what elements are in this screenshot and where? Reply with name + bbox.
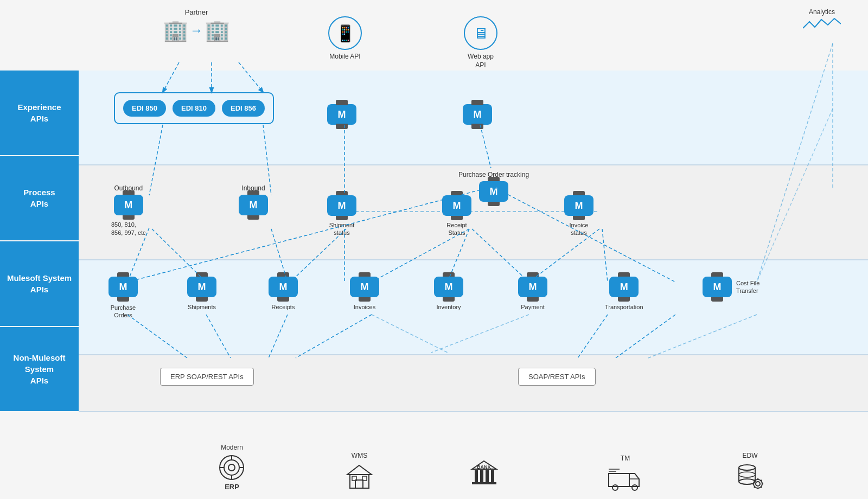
invoice-status-area: M Invoicestatus — [564, 195, 593, 237]
svg-point-60 — [739, 465, 755, 470]
m-icon-receipts: M — [269, 277, 298, 297]
cost-file-label: Cost FileTransfer — [736, 279, 760, 295]
edw-system: EDW — [735, 452, 765, 491]
webapp-api-area: 🖥 Web appAPI — [464, 16, 497, 69]
m-icon-payment: M — [518, 277, 547, 297]
svg-rect-42 — [355, 480, 363, 488]
svg-marker-41 — [347, 465, 372, 475]
svg-rect-47 — [475, 470, 478, 482]
building2-icon: 🏢 — [205, 18, 230, 42]
transportation-api: M Transportation — [605, 277, 643, 310]
edi-856: EDI 856 — [222, 100, 265, 117]
svg-rect-49 — [486, 470, 489, 482]
m-icon-po-tracking: M — [479, 181, 508, 202]
svg-line-71 — [754, 480, 755, 481]
m-icon-outbound: M — [114, 195, 143, 215]
webapp-api-connector: M — [463, 104, 492, 125]
svg-rect-51 — [472, 482, 496, 484]
webapp-circle-icon: 🖥 — [464, 16, 497, 50]
svg-rect-50 — [491, 470, 494, 482]
sidebar-experience: ExperienceAPIs — [0, 71, 79, 156]
analytics-label: Analytics — [809, 8, 835, 16]
m-icon-purchase-orders: M — [108, 277, 138, 297]
svg-point-55 — [612, 485, 618, 490]
shipment-status-label: Shipmentstatus — [329, 221, 354, 237]
modern-label: Modern — [221, 444, 243, 451]
building1-icon: 🏢 — [163, 18, 188, 42]
edi-810: EDI 810 — [173, 100, 215, 117]
invoices-api: M Invoices — [350, 277, 379, 310]
analytics-area: Analytics — [803, 8, 841, 36]
edi-numbers-label: 850, 810,856, 997, etc — [111, 221, 146, 238]
mobile-api-label: Mobile API — [329, 53, 360, 61]
inventory-api: M Inventory — [434, 277, 463, 310]
m-icon-cost-file: M — [703, 277, 732, 297]
wms-label: WMS — [352, 452, 367, 459]
main-container: ExperienceAPIs ProcessAPIs Mulesoft Syst… — [0, 0, 868, 499]
bank-system: BANK — [469, 458, 499, 491]
content-area: Partner 🏢 → 🏢 📱 Mobile API 🖥 Web appAPI … — [79, 0, 868, 499]
m-icon-invoice-status: M — [564, 195, 593, 216]
invoice-status-label: Invoicestatus — [570, 221, 589, 237]
m-icon-transportation: M — [609, 277, 639, 297]
inbound-area: Inbound M — [239, 184, 268, 215]
tm-label: TM — [621, 455, 630, 462]
mobile-api-connector: M — [327, 104, 356, 125]
sidebar-top-space — [0, 0, 79, 71]
sidebar-nonmulesoft: Non-MulesoftSystemAPIs — [0, 327, 79, 413]
soap-rest-label: SOAP/REST APIs — [528, 373, 585, 381]
m-icon-receipt-status: M — [442, 195, 471, 216]
sidebar-mulesoft: Mulesoft SystemAPIs — [0, 241, 79, 327]
m-icon-invoices: M — [350, 277, 379, 297]
svg-point-56 — [632, 485, 637, 490]
sidebar-bottom-space — [0, 412, 79, 499]
soap-rest-box: SOAP/REST APIs — [518, 368, 596, 386]
payment-label: Payment — [521, 304, 544, 310]
bank-icon: BANK — [469, 458, 499, 491]
edi-850: EDI 850 — [123, 100, 166, 117]
erp-label: ERP — [225, 483, 239, 491]
partner-area: Partner 🏢 → 🏢 — [163, 8, 230, 42]
inventory-label: Inventory — [436, 304, 461, 310]
mobile-circle-icon: 📱 — [328, 16, 362, 50]
svg-line-74 — [761, 480, 762, 481]
svg-rect-48 — [480, 470, 483, 482]
edi-container: EDI 850 EDI 810 EDI 856 — [114, 92, 274, 124]
invoices-label: Invoices — [354, 304, 375, 310]
svg-point-35 — [228, 464, 235, 471]
shipments-label: Shipments — [188, 304, 216, 310]
cost-file-transfer-api: M Cost FileTransfer — [703, 277, 760, 297]
erp-soap-label: ERP SOAP/REST APIs — [170, 373, 244, 381]
mobile-api-area: 📱 Mobile API — [328, 16, 362, 61]
m-icon-shipment-status: M — [327, 195, 356, 216]
analytics-icon — [803, 17, 841, 36]
svg-rect-53 — [609, 474, 629, 487]
svg-line-73 — [754, 487, 755, 488]
edw-label: EDW — [743, 452, 758, 459]
shipment-status-area: M Shipmentstatus — [327, 195, 356, 237]
tm-icon — [608, 464, 643, 491]
m-icon-mobile: M — [327, 104, 356, 125]
wms-icon — [344, 461, 374, 491]
arrow-right-icon: → — [190, 23, 203, 38]
m-icon-inbound: M — [239, 195, 268, 215]
receipt-status-area: M ReceiptStatus — [442, 195, 471, 237]
svg-point-34 — [224, 460, 239, 475]
edw-icon — [735, 461, 765, 491]
receipt-status-label: ReceiptStatus — [446, 221, 467, 237]
receipts-label: Receipts — [272, 304, 295, 310]
m-icon-shipments: M — [187, 277, 216, 297]
purchase-orders-api: M PurchaseOrders — [108, 277, 138, 319]
erp-icon — [217, 453, 247, 483]
receipts-api: M Receipts — [269, 277, 298, 310]
svg-text:BANK: BANK — [477, 464, 491, 470]
shipments-api: M Shipments — [187, 277, 216, 310]
webapp-api-label: Web appAPI — [468, 53, 494, 69]
wms-system: WMS — [344, 452, 374, 491]
svg-point-64 — [739, 472, 755, 477]
svg-point-66 — [756, 482, 760, 486]
partner-icons: 🏢 → 🏢 — [163, 18, 230, 42]
svg-line-72 — [761, 487, 762, 488]
m-icon-inventory: M — [434, 277, 463, 297]
purchase-orders-label: PurchaseOrders — [111, 304, 136, 319]
